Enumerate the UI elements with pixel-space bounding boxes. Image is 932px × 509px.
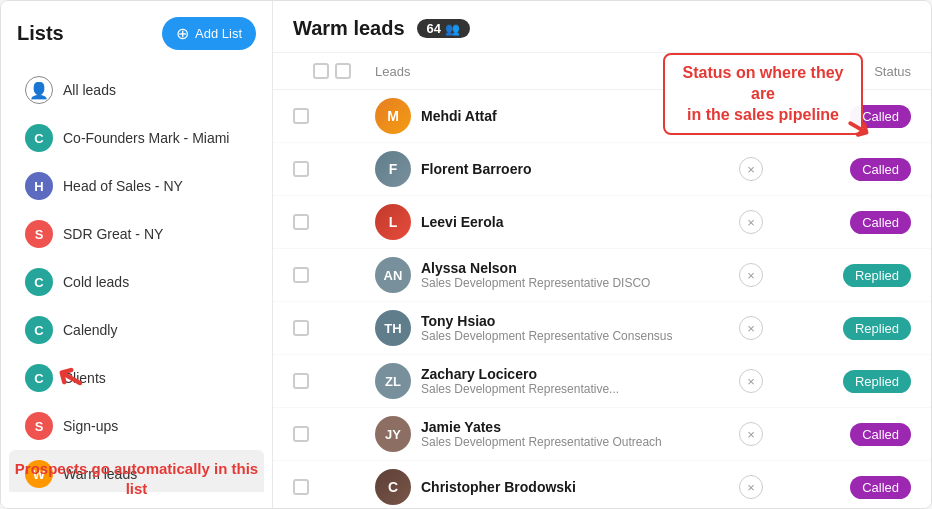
lead-subtitle: Sales Development Representative Outreac… xyxy=(421,435,662,449)
th-campaign: Campaign xyxy=(691,53,811,90)
table-row[interactable]: LLeevi Eerola×Called xyxy=(273,196,931,249)
lead-cell: FFlorent Barroero xyxy=(363,143,691,196)
th-checkbox xyxy=(273,53,363,90)
status-badge: Called xyxy=(850,105,911,128)
main-content: Warm leads 64 👥 Leads xyxy=(273,1,931,508)
main-header: Warm leads 64 👥 xyxy=(273,1,931,53)
sidebar-item-sdr-great[interactable]: SSDR Great - NY xyxy=(9,210,264,258)
lead-avatar: F xyxy=(375,151,411,187)
status-cell: Called xyxy=(811,408,931,461)
sidebar-title: Lists xyxy=(17,22,64,45)
status-cell: Replied xyxy=(811,302,931,355)
lead-avatar: JY xyxy=(375,416,411,452)
campaign-remove-button[interactable]: × xyxy=(739,104,763,128)
campaign-remove-button[interactable]: × xyxy=(739,263,763,287)
lead-avatar: L xyxy=(375,204,411,240)
campaign-cell: × xyxy=(691,408,811,461)
status-cell: Called xyxy=(811,143,931,196)
lead-name: Florent Barroero xyxy=(421,161,531,177)
sidebar-avatar-clients: C xyxy=(25,364,53,392)
campaign-remove-button[interactable]: × xyxy=(739,422,763,446)
leads-tbody: MMehdi Attaf×CalledFFlorent Barroero×Cal… xyxy=(273,90,931,509)
lead-cell: LLeevi Eerola xyxy=(363,196,691,249)
sidebar-item-warm-leads[interactable]: WWarm leads xyxy=(9,450,264,492)
sidebar-item-clients[interactable]: CClients xyxy=(9,354,264,402)
row-checkbox-cell xyxy=(273,196,363,249)
campaign-remove-button[interactable]: × xyxy=(739,157,763,181)
status-badge: Called xyxy=(850,476,911,499)
status-badge: Called xyxy=(850,423,911,446)
table-row[interactable]: THTony HsiaoSales Development Representa… xyxy=(273,302,931,355)
sidebar-avatar-sign-ups: S xyxy=(25,412,53,440)
campaign-cell: × xyxy=(691,196,811,249)
lead-subtitle: Sales Development Representative DISCO xyxy=(421,276,650,290)
sidebar-item-sign-ups[interactable]: SSign-ups xyxy=(9,402,264,450)
table-row[interactable]: CChristopher Brodowski×Called xyxy=(273,461,931,509)
campaign-remove-button[interactable]: × xyxy=(739,369,763,393)
row-checkbox-cell xyxy=(273,408,363,461)
campaign-remove-button[interactable]: × xyxy=(739,316,763,340)
sidebar-avatar-all-leads: 👤 xyxy=(25,76,53,104)
sidebar-avatar-co-founders: C xyxy=(25,124,53,152)
sidebar-item-all-leads[interactable]: 👤All leads xyxy=(9,66,264,114)
status-cell: Replied xyxy=(811,355,931,408)
status-cell: Called xyxy=(811,461,931,509)
sidebar-avatar-head-of-sales: H xyxy=(25,172,53,200)
lead-name: Leevi Eerola xyxy=(421,214,504,230)
sidebar-item-head-of-sales[interactable]: HHead of Sales - NY xyxy=(9,162,264,210)
row-checkbox[interactable] xyxy=(293,320,309,336)
row-checkbox-cell xyxy=(273,90,363,143)
row-checkbox[interactable] xyxy=(293,479,309,495)
row-checkbox[interactable] xyxy=(293,161,309,177)
sidebar-header: Lists ⊕ Add List xyxy=(1,17,272,66)
row-checkbox[interactable] xyxy=(293,426,309,442)
table-row[interactable]: MMehdi Attaf×Called xyxy=(273,90,931,143)
row-checkbox[interactable] xyxy=(293,108,309,124)
sidebar-label-sdr-great: SDR Great - NY xyxy=(63,226,163,242)
table-row[interactable]: JYJamie YatesSales Development Represent… xyxy=(273,408,931,461)
lead-name: Christopher Brodowski xyxy=(421,479,576,495)
table-row[interactable]: ANAlyssa NelsonSales Development Represe… xyxy=(273,249,931,302)
row-checkbox-cell xyxy=(273,249,363,302)
lead-subtitle: Sales Development Representative... xyxy=(421,382,619,396)
add-list-button[interactable]: ⊕ Add List xyxy=(162,17,256,50)
row-checkbox-cell xyxy=(273,461,363,509)
sidebar-list: 👤All leadsCCo-Founders Mark - MiamiHHead… xyxy=(1,66,272,492)
header-checkbox-2[interactable] xyxy=(335,63,351,79)
sidebar: Lists ⊕ Add List 👤All leadsCCo-Founders … xyxy=(1,1,273,508)
campaign-cell: × xyxy=(691,355,811,408)
status-badge: Replied xyxy=(843,317,911,340)
status-badge: Replied xyxy=(843,370,911,393)
count-number: 64 xyxy=(427,21,441,36)
people-icon: 👥 xyxy=(445,22,460,36)
sidebar-label-calendly: Calendly xyxy=(63,322,117,338)
sidebar-avatar-warm-leads: W xyxy=(25,460,53,488)
sidebar-avatar-cold-leads: C xyxy=(25,268,53,296)
main-title: Warm leads xyxy=(293,17,405,40)
campaign-cell: × xyxy=(691,461,811,509)
lead-cell: CChristopher Brodowski xyxy=(363,461,691,509)
status-cell: Called xyxy=(811,90,931,143)
sidebar-label-clients: Clients xyxy=(63,370,106,386)
row-checkbox[interactable] xyxy=(293,373,309,389)
app-container: Lists ⊕ Add List 👤All leadsCCo-Founders … xyxy=(0,0,932,509)
status-badge: Called xyxy=(850,158,911,181)
row-checkbox[interactable] xyxy=(293,214,309,230)
sidebar-item-cold-leads[interactable]: CCold leads xyxy=(9,258,264,306)
header-checkbox-1[interactable] xyxy=(313,63,329,79)
campaign-cell: × xyxy=(691,90,811,143)
campaign-remove-button[interactable]: × xyxy=(739,475,763,499)
lead-avatar: TH xyxy=(375,310,411,346)
lead-name: Zachary Locicero xyxy=(421,366,619,382)
table-row[interactable]: ZLZachary LociceroSales Development Repr… xyxy=(273,355,931,408)
sidebar-item-co-founders[interactable]: CCo-Founders Mark - Miami xyxy=(9,114,264,162)
table-row[interactable]: FFlorent Barroero×Called xyxy=(273,143,931,196)
sidebar-label-all-leads: All leads xyxy=(63,82,116,98)
status-cell: Replied xyxy=(811,249,931,302)
lead-avatar: C xyxy=(375,469,411,505)
table-header-row: Leads Campaign Status xyxy=(273,53,931,90)
leads-table-wrapper: Leads Campaign Status MMehdi Attaf×Calle… xyxy=(273,53,931,508)
sidebar-item-calendly[interactable]: CCalendly xyxy=(9,306,264,354)
row-checkbox[interactable] xyxy=(293,267,309,283)
campaign-remove-button[interactable]: × xyxy=(739,210,763,234)
